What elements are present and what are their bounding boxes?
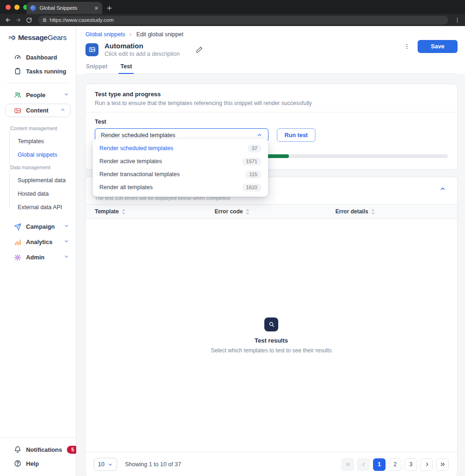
chevron-up-icon (60, 107, 65, 114)
last-page-button[interactable] (436, 458, 449, 471)
search-icon (264, 317, 278, 331)
clipboard-icon (14, 67, 21, 75)
sidebar-item-label: Help (26, 460, 69, 467)
tab-bar: Snippet Test (85, 63, 458, 74)
sidebar-item-admin[interactable]: Admin (0, 250, 76, 265)
dropdown-option-render-transactional[interactable]: Render transactional templates 115 (93, 168, 268, 181)
app-logo[interactable]: MessageGears (8, 33, 76, 42)
page-title: Automation (105, 42, 180, 50)
sidebar-item-content[interactable]: Content (5, 104, 71, 117)
test-type-dropdown-menu: Render scheduled templates 37 Render act… (93, 139, 268, 197)
window-controls[interactable] (6, 5, 28, 10)
sidebar-item-notifications[interactable]: Notifications 5 (0, 443, 76, 456)
page-button-1[interactable]: 1 (373, 458, 386, 471)
tab-test[interactable]: Test (120, 63, 132, 73)
sidebar-item-dashboard[interactable]: Dashboard (0, 50, 76, 64)
pagination-bar: 10 Showing 1 to 10 of 37 (85, 452, 457, 476)
sidebar-item-help[interactable]: Help (0, 456, 76, 470)
section-label-content-management: Content management (10, 126, 76, 131)
browser-tab-strip: Global Snippets (0, 0, 465, 14)
sidebar-item-templates[interactable]: Templates (18, 138, 76, 145)
page-button-2[interactable]: 2 (389, 458, 401, 471)
people-icon (14, 91, 21, 99)
content-submenu: Content management Templates Global snip… (0, 119, 76, 212)
sidebar-item-tasks-running[interactable]: Tasks running (0, 64, 76, 78)
section-label-data-management: Data management (10, 165, 76, 170)
close-window-button[interactable] (6, 5, 11, 10)
forward-icon[interactable] (15, 17, 22, 23)
tab-close-icon[interactable] (94, 6, 98, 10)
save-button[interactable]: Save (418, 40, 458, 53)
next-page-button[interactable] (420, 458, 433, 471)
sidebar-item-supplemental-data[interactable]: Supplemental data (18, 177, 76, 184)
page-button-3[interactable]: 3 (405, 458, 417, 471)
sidebar-item-external-data-api[interactable]: External data API (18, 204, 76, 211)
column-header-error-code[interactable]: Error code (215, 208, 335, 215)
sidebar-item-global-snippets[interactable]: Global snippets (18, 152, 76, 158)
browser-menu-icon[interactable] (454, 17, 460, 23)
browser-toolbar: https://www.casestudy.com (0, 14, 465, 26)
breadcrumb-global-snippets[interactable]: Global snippets (85, 31, 125, 38)
test-results-card: The first 100 errors will be displayed b… (85, 177, 458, 476)
chevron-right-icon (424, 462, 430, 467)
lock-icon (42, 18, 47, 22)
browser-tab[interactable]: Global Snippets (26, 2, 102, 14)
sidebar-item-analytics[interactable]: Analytics (0, 234, 76, 250)
new-tab-button[interactable] (105, 4, 113, 12)
column-header-template[interactable]: Template (85, 208, 215, 215)
count-badge: 1610 (242, 184, 262, 192)
messagegears-logo-icon (8, 34, 16, 42)
first-page-button[interactable] (341, 458, 354, 471)
showing-text: Showing 1 to 10 of 37 (125, 461, 181, 468)
count-badge: 1571 (242, 158, 262, 165)
double-chevron-right-icon (440, 462, 445, 467)
tab-snippet[interactable]: Snippet (86, 63, 107, 73)
address-bar[interactable]: https://www.casestudy.com (38, 16, 448, 25)
sort-icon[interactable] (245, 209, 250, 215)
content-area: Test type and progress Run a test to ens… (76, 74, 465, 476)
empty-state: Test results Select which templates to t… (211, 317, 332, 354)
sidebar-item-label: Notifications (26, 446, 62, 453)
dropdown-option-render-all[interactable]: Render all templates 1610 (93, 181, 268, 194)
previous-page-button[interactable] (357, 458, 370, 471)
dropdown-option-render-scheduled[interactable]: Render scheduled templates 37 (93, 142, 268, 155)
sidebar-item-people[interactable]: People (0, 88, 76, 102)
screen: Global Snippets https://www.casestudy.co… (0, 0, 465, 476)
image-icon (14, 107, 21, 114)
more-options-icon[interactable] (404, 43, 410, 50)
app-logo-text: MessageGears (18, 33, 66, 42)
page-subtitle[interactable]: Click edit to add a description (105, 51, 180, 57)
count-badge: 37 (248, 145, 262, 152)
collapse-chevron-up-icon[interactable] (439, 185, 446, 192)
chevron-down-icon (64, 238, 69, 245)
bell-icon (14, 446, 21, 453)
sidebar-item-hosted-data[interactable]: Hosted data (18, 191, 76, 197)
edit-pencil-icon[interactable] (196, 46, 203, 53)
chevron-left-icon (361, 462, 367, 467)
sidebar-item-label: People (26, 92, 59, 99)
select-value: Render scheduled templates (101, 132, 256, 139)
chevron-down-icon (64, 92, 69, 99)
column-header-error-details[interactable]: Error details (335, 208, 457, 215)
sort-icon[interactable] (121, 209, 126, 215)
chevron-right-icon (128, 32, 133, 37)
results-table-header: Template Error code Error (85, 204, 457, 219)
bar-chart-icon (14, 238, 21, 246)
sidebar-item-label: Analytics (26, 238, 59, 245)
sidebar-item-label: Content (26, 107, 55, 114)
minimize-window-button[interactable] (14, 5, 20, 10)
refresh-icon[interactable] (26, 17, 32, 23)
page-size-select[interactable]: 10 (94, 458, 117, 471)
card-title: Test type and progress (95, 91, 448, 98)
run-test-button[interactable]: Run test (277, 128, 315, 142)
chevron-up-icon (256, 132, 262, 138)
sidebar-item-label: Tasks running (26, 68, 69, 75)
sort-icon[interactable] (371, 209, 375, 215)
sidebar-item-campaign[interactable]: Campaign (0, 219, 76, 234)
card-subtitle: Run a test to ensure that the templates … (95, 100, 448, 106)
dropdown-option-render-active[interactable]: Render active templates 1571 (93, 155, 268, 168)
tab-favicon (30, 5, 36, 11)
snippet-type-icon (85, 43, 98, 56)
page-header: Global snippets Edit global snippet Auto… (76, 26, 465, 74)
back-icon[interactable] (5, 17, 11, 23)
